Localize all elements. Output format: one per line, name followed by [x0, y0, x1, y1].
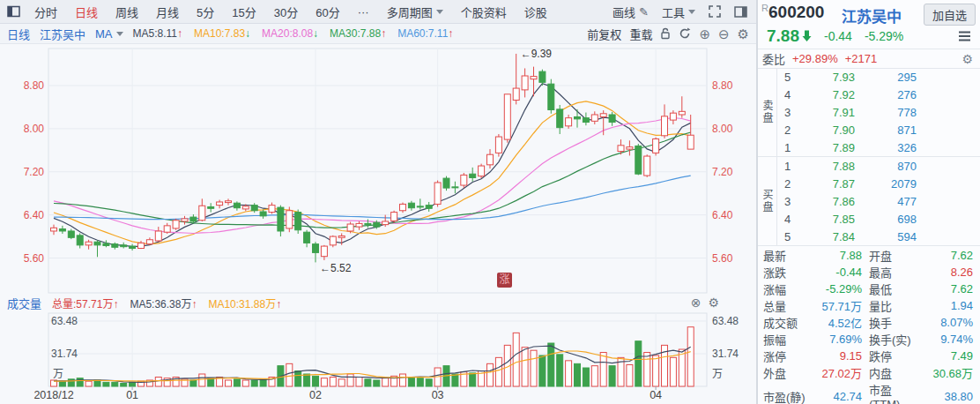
last-price: 7.88 — [767, 26, 799, 46]
price-annotation: ←9.39 — [521, 48, 553, 60]
ma-selector[interactable]: MA — [95, 27, 123, 41]
bid-row[interactable]: 47.85698 — [777, 213, 980, 226]
ask-row[interactable]: 57.93295 — [777, 71, 980, 84]
ma-line-MA30 — [54, 132, 691, 228]
ma-legend-item: MA30:7.88↑ — [330, 27, 386, 40]
ask-row[interactable]: 47.92276 — [777, 88, 980, 101]
tab-分时[interactable]: 分时 — [26, 4, 66, 20]
tab-5分[interactable]: 5分 — [188, 4, 223, 20]
tab-周线[interactable]: 周线 — [107, 4, 147, 20]
ask-row[interactable]: 37.91778 — [777, 106, 980, 119]
stat-row: 最新7.88开盘7.62 — [758, 247, 980, 264]
chevron-down-icon — [116, 32, 123, 36]
volume-ma5: MA5:36.38万↑ — [130, 296, 197, 310]
y-axis-label: 8.00 — [24, 123, 45, 135]
margin-flag: R — [761, 3, 768, 13]
stock-code: 600200 — [768, 3, 824, 22]
x-axis-label: 03 — [432, 389, 444, 401]
x-axis-label: 02 — [309, 389, 322, 401]
kline-chart[interactable]: 8.808.808.008.007.207.206.406.405.605.60… — [0, 0, 756, 404]
ask-book: 卖盘 57.9329547.9227637.9177827.9087117.89… — [758, 68, 980, 157]
volume-unit-label: 万 — [712, 368, 723, 380]
x-axis-label: 04 — [650, 389, 662, 401]
stock-name: 江苏吴中 — [842, 4, 902, 26]
gear-icon[interactable]: ⚙ — [708, 296, 719, 309]
stock-header: R 600200 江苏吴中 加自选 — [758, 0, 980, 25]
ma-legend-item: MA20:8.08↓ — [262, 27, 318, 40]
y-axis-label: 7.20 — [24, 166, 45, 178]
volume-total: 总量:57.71万↑ — [52, 296, 118, 310]
ask-row[interactable]: 17.89326 — [777, 141, 980, 154]
stats-table: 最新7.88开盘7.62涨跌-0.44最高8.26涨幅-5.29%最低7.62总… — [758, 247, 980, 402]
ma-legend-item: MA60:7.11↑ — [397, 27, 453, 40]
tab-15分[interactable]: 15分 — [223, 4, 264, 20]
stat-row: 涨跌-0.44最高8.26 — [758, 264, 980, 281]
stat-row: 总量57.71万量比1.94 — [758, 297, 980, 314]
bid-row[interactable]: 57.84594 — [777, 230, 980, 243]
y-axis-label: 8.80 — [712, 79, 733, 92]
limit-up-badge: 涨 — [497, 273, 512, 288]
bid-row[interactable]: 37.86477 — [777, 195, 980, 208]
draw-line-button[interactable]: 画线✎ — [612, 4, 649, 20]
ma-legend-item: MA5:8.11↑ — [133, 27, 182, 40]
bid-row[interactable]: 17.88870 — [777, 160, 980, 173]
volume-axis-label: 31.74 — [712, 348, 739, 360]
y-axis-label: 6.40 — [24, 209, 45, 221]
weibi-row: 委比 +29.89% +2171 ⚙ — [758, 49, 980, 69]
price-down-arrow — [802, 30, 812, 41]
period-label[interactable]: 日线 — [7, 26, 30, 42]
candles — [51, 54, 694, 262]
stat-row: 外盘27.02万内盘30.68万 — [758, 364, 980, 381]
volume-header: 成交量 总量:57.71万↑ MA5:36.38万↑ MA10:31.88万↑ … — [0, 294, 756, 311]
y-axis-label: 8.00 — [712, 123, 733, 135]
y-axis-label: 6.40 — [712, 209, 733, 221]
zoom-out-icon[interactable]: ⊖ — [718, 27, 730, 41]
chevron-down-icon — [436, 10, 443, 14]
chart-pane: 8.808.808.008.007.207.206.406.405.605.60… — [0, 0, 756, 404]
weibi-value: +29.89% — [792, 52, 838, 65]
y-axis-label: 5.60 — [712, 252, 733, 265]
bid-book: 买盘 17.8887027.87207937.8647747.8569857.8… — [758, 157, 980, 246]
fullscreen-icon[interactable] — [709, 5, 721, 18]
bid-row[interactable]: 27.872079 — [777, 177, 980, 191]
tab-月线[interactable]: 月线 — [147, 4, 188, 20]
gear-icon[interactable]: ⚙ — [961, 52, 973, 66]
list-icon[interactable] — [958, 31, 971, 41]
volume-axis-label: 31.74 — [51, 348, 78, 360]
adjust-mode-button[interactable]: 前复权 — [587, 26, 621, 42]
tools-menu-button[interactable]: 工具 — [662, 4, 695, 20]
tab-30分[interactable]: 30分 — [265, 4, 307, 20]
volume-unit-label: 万 — [53, 368, 63, 380]
refresh-icon[interactable] — [679, 27, 691, 40]
tab-日线[interactable]: 日线 — [66, 4, 107, 20]
x-axis-label: 01 — [126, 389, 138, 401]
price-change: -0.44 — [824, 29, 852, 43]
bid-side-label: 买盘 — [758, 157, 777, 245]
stat-row: 成交额4.52亿换手8.07% — [758, 314, 980, 331]
close-icon[interactable]: ⊗ — [691, 296, 702, 309]
tab-60分[interactable]: 60分 — [307, 4, 348, 20]
volume-axis-label: 63.48 — [51, 315, 78, 327]
ma-line-MA5 — [54, 84, 691, 247]
x-axis-label: 2018/12 — [33, 389, 73, 401]
tab-个股资料[interactable]: 个股资料 — [452, 4, 516, 20]
zoom-in-icon[interactable]: ⊕ — [699, 27, 710, 41]
tab-···[interactable]: ··· — [349, 5, 378, 19]
tab-多周期图[interactable]: 多周期图 — [378, 4, 452, 20]
y-axis-label: 8.80 — [24, 79, 45, 92]
ask-row[interactable]: 27.90871 — [777, 123, 980, 137]
y-axis-label: 7.20 — [712, 166, 733, 178]
gear-icon[interactable]: ⚙ — [738, 27, 749, 41]
reload-button[interactable]: 重载 — [629, 26, 652, 42]
add-to-watchlist-button[interactable]: 加自选 — [924, 4, 976, 26]
tab-诊股[interactable]: 诊股 — [516, 4, 556, 20]
volume-title[interactable]: 成交量 — [7, 295, 41, 311]
ma-line-MA20 — [54, 118, 691, 234]
price-row: 7.88 -0.44 -5.29% — [758, 25, 980, 47]
layout-icon[interactable] — [7, 5, 20, 18]
lock-icon[interactable] — [660, 27, 671, 40]
stock-name-label: 江苏吴中 — [40, 26, 85, 42]
y-axis-label: 5.60 — [24, 252, 45, 265]
right-panel-icon[interactable] — [734, 6, 747, 18]
volume-axis-label: 63.48 — [712, 315, 739, 327]
